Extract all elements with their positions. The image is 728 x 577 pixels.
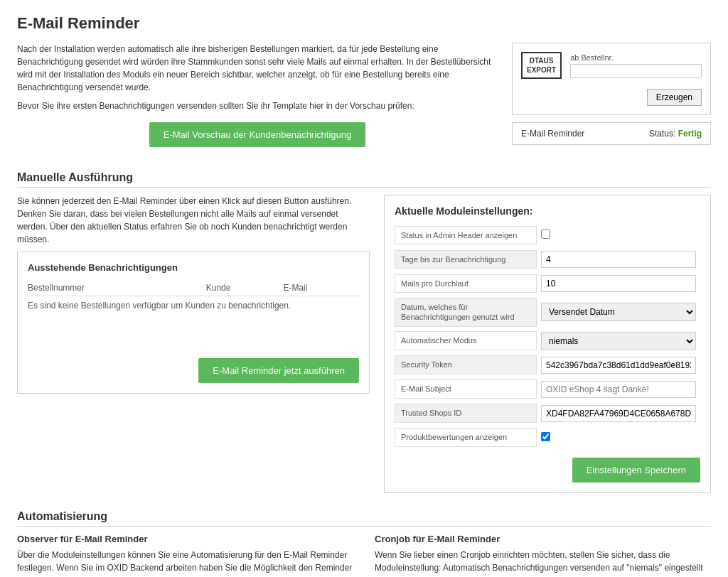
bestellnr-label: ab Bestellnr. bbox=[570, 53, 702, 62]
settings-label-2: Mails pro Durchlauf bbox=[395, 274, 537, 293]
settings-row-4: Automatischer Modus niemals bbox=[395, 331, 700, 351]
manual-section-title: Manuelle Ausführung bbox=[17, 171, 711, 188]
settings-select-4[interactable]: niemals bbox=[541, 332, 696, 350]
pending-empty-message: Es sind keine Bestellungen verfügbar um … bbox=[28, 296, 359, 316]
settings-row-6: E-Mail Subject bbox=[395, 379, 700, 399]
settings-label-1: Tage bis zur Benachrichtigung bbox=[395, 250, 537, 269]
settings-label-4: Automatischer Modus bbox=[395, 331, 537, 350]
status-fertig: Fertig bbox=[678, 129, 702, 139]
settings-row-7: Trusted Shops ID bbox=[395, 404, 700, 424]
col-bestellnummer: Bestellnummer bbox=[28, 280, 206, 296]
settings-label-8: Produktbewertungen anzeigen bbox=[395, 428, 537, 446]
col-kunde: Kunde bbox=[206, 280, 284, 296]
settings-row-1: Tage bis zur Benachrichtigung bbox=[395, 249, 700, 269]
cronjob-text1: Wenn Sie lieber einen Cronjob einrichten… bbox=[375, 549, 711, 577]
pending-title: Ausstehende Benachrichtigungen bbox=[28, 262, 359, 273]
settings-row-3: Datum, welches für Benachrichtigungen ge… bbox=[395, 298, 700, 327]
status-label-text: E-Mail Reminder bbox=[521, 129, 584, 139]
settings-input-2[interactable] bbox=[541, 275, 696, 292]
settings-label-7: Trusted Shops ID bbox=[395, 404, 537, 422]
bestellnr-input[interactable] bbox=[570, 64, 702, 78]
cronjob-title: Cronjob für E-Mail Reminder bbox=[375, 534, 711, 544]
status-bar: E-Mail Reminder Status: Fertig bbox=[512, 122, 711, 145]
run-reminder-button[interactable]: E-Mail Reminder jetzt ausführen bbox=[198, 358, 359, 383]
observer-title: Observer für E-Mail Reminder bbox=[17, 534, 353, 544]
settings-label-5: Security Token bbox=[395, 355, 537, 374]
settings-row-2: Mails pro Durchlauf bbox=[395, 274, 700, 293]
status-value: Status: Fertig bbox=[649, 129, 702, 139]
erzeugen-button[interactable]: Erzeugen bbox=[647, 89, 702, 106]
settings-label-6: E-Mail Subject bbox=[395, 379, 537, 398]
preview-hint: Bevor Sie ihre ersten Benachrichtigungen… bbox=[17, 99, 498, 112]
settings-row-5: Security Token bbox=[395, 355, 700, 375]
col-email: E-Mail bbox=[283, 280, 359, 296]
settings-checkbox-0[interactable] bbox=[541, 230, 550, 239]
settings-input-1[interactable] bbox=[541, 251, 696, 268]
settings-row-8: Produktbewertungen anzeigen bbox=[395, 428, 700, 448]
settings-input-6[interactable] bbox=[541, 381, 696, 398]
module-settings-title: Aktuelle Moduleinstellungen: bbox=[395, 205, 700, 217]
save-settings-button[interactable]: Einstellungen Speichern bbox=[572, 458, 700, 482]
settings-label-0: Status in Admin Header anzeigen bbox=[395, 226, 537, 244]
intro-text: Nach der Installation werden automatisch… bbox=[17, 43, 498, 94]
manual-description: Sie können jederzeit den E-Mail Reminder… bbox=[17, 195, 370, 246]
preview-button[interactable]: E-Mail Vorschau der Kundenbenachrichtigu… bbox=[149, 122, 366, 147]
settings-checkbox-8[interactable] bbox=[541, 432, 550, 441]
settings-row-0: Status in Admin Header anzeigen bbox=[395, 225, 700, 245]
pending-table: Bestellnummer Kunde E-Mail Es sind keine… bbox=[28, 280, 359, 315]
settings-select-3[interactable]: Versendet Datum bbox=[541, 303, 696, 321]
settings-label-3: Datum, welches für Benachrichtigungen ge… bbox=[395, 298, 537, 327]
automation-title: Automatisierung bbox=[17, 510, 711, 527]
page-title: E-Mail Reminder bbox=[17, 14, 711, 33]
observer-text1: Über die Moduleinstellungen können Sie e… bbox=[17, 549, 353, 577]
settings-input-5[interactable] bbox=[541, 357, 696, 374]
dtaus-logo: DTAUS EXPORT bbox=[521, 52, 562, 79]
settings-input-7[interactable] bbox=[541, 405, 696, 422]
